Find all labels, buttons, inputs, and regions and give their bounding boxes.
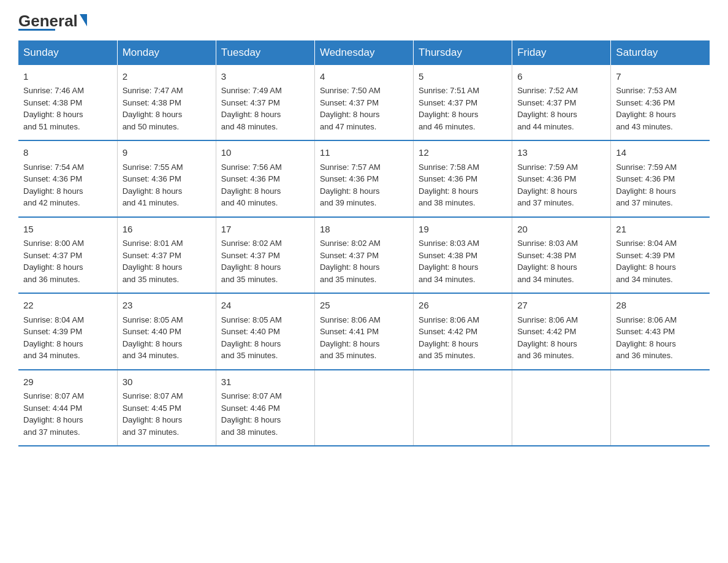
day-number: 20	[517, 223, 605, 237]
day-number: 23	[123, 299, 211, 313]
calendar-cell: 19Sunrise: 8:03 AMSunset: 4:38 PMDayligh…	[414, 217, 512, 294]
calendar-cell: 7Sunrise: 7:53 AMSunset: 4:36 PMDaylight…	[611, 65, 710, 141]
day-info: Sunrise: 8:04 AMSunset: 4:39 PMDaylight:…	[616, 239, 677, 284]
day-info: Sunrise: 7:54 AMSunset: 4:36 PMDaylight:…	[23, 163, 84, 208]
day-number: 8	[23, 146, 112, 160]
col-header-saturday: Saturday	[611, 40, 710, 65]
col-header-sunday: Sunday	[18, 40, 117, 65]
day-number: 12	[419, 146, 507, 160]
logo-triangle-icon	[80, 14, 87, 26]
calendar-cell: 1Sunrise: 7:46 AMSunset: 4:38 PMDaylight…	[18, 65, 117, 141]
day-number: 14	[616, 146, 705, 160]
calendar-cell: 6Sunrise: 7:52 AMSunset: 4:37 PMDaylight…	[512, 65, 611, 141]
day-info: Sunrise: 7:49 AMSunset: 4:37 PMDaylight:…	[221, 86, 282, 131]
calendar-cell: 26Sunrise: 8:06 AMSunset: 4:42 PMDayligh…	[414, 293, 512, 370]
day-info: Sunrise: 7:52 AMSunset: 4:37 PMDaylight:…	[517, 86, 578, 131]
calendar-cell: 22Sunrise: 8:04 AMSunset: 4:39 PMDayligh…	[18, 293, 117, 370]
day-info: Sunrise: 8:03 AMSunset: 4:38 PMDaylight:…	[517, 239, 578, 284]
day-number: 18	[320, 223, 408, 237]
day-number: 10	[221, 146, 309, 160]
calendar-cell: 21Sunrise: 8:04 AMSunset: 4:39 PMDayligh…	[611, 217, 710, 294]
day-info: Sunrise: 7:47 AMSunset: 4:38 PMDaylight:…	[123, 86, 183, 131]
day-number: 27	[517, 299, 605, 313]
calendar-cell: 4Sunrise: 7:50 AMSunset: 4:37 PMDaylight…	[314, 65, 413, 141]
calendar-cell: 25Sunrise: 8:06 AMSunset: 4:41 PMDayligh…	[314, 293, 413, 370]
day-info: Sunrise: 7:55 AMSunset: 4:36 PMDaylight:…	[123, 163, 183, 208]
day-info: Sunrise: 8:05 AMSunset: 4:40 PMDaylight:…	[123, 315, 183, 361]
day-info: Sunrise: 8:07 AMSunset: 4:44 PMDaylight:…	[23, 391, 84, 437]
logo: General	[18, 12, 87, 31]
calendar-cell	[611, 370, 710, 446]
day-info: Sunrise: 7:59 AMSunset: 4:36 PMDaylight:…	[616, 163, 677, 208]
calendar-cell: 8Sunrise: 7:54 AMSunset: 4:36 PMDaylight…	[18, 140, 117, 217]
calendar-cell: 18Sunrise: 8:02 AMSunset: 4:37 PMDayligh…	[314, 217, 413, 294]
day-number: 2	[123, 70, 211, 84]
calendar-cell: 27Sunrise: 8:06 AMSunset: 4:42 PMDayligh…	[512, 293, 611, 370]
day-number: 26	[419, 299, 507, 313]
logo-underline	[18, 29, 55, 31]
calendar-week-row: 29Sunrise: 8:07 AMSunset: 4:44 PMDayligh…	[18, 370, 710, 446]
day-number: 4	[320, 70, 408, 84]
day-info: Sunrise: 8:02 AMSunset: 4:37 PMDaylight:…	[221, 239, 282, 284]
calendar-week-row: 8Sunrise: 7:54 AMSunset: 4:36 PMDaylight…	[18, 140, 710, 217]
calendar-cell: 5Sunrise: 7:51 AMSunset: 4:37 PMDaylight…	[414, 65, 512, 141]
day-number: 6	[517, 70, 605, 84]
calendar-week-row: 22Sunrise: 8:04 AMSunset: 4:39 PMDayligh…	[18, 293, 710, 370]
col-header-friday: Friday	[512, 40, 611, 65]
col-header-wednesday: Wednesday	[314, 40, 413, 65]
day-info: Sunrise: 7:56 AMSunset: 4:36 PMDaylight:…	[221, 163, 282, 208]
calendar-cell: 24Sunrise: 8:05 AMSunset: 4:40 PMDayligh…	[216, 293, 314, 370]
day-number: 29	[23, 375, 112, 389]
col-header-monday: Monday	[117, 40, 216, 65]
day-info: Sunrise: 7:51 AMSunset: 4:37 PMDaylight:…	[419, 86, 479, 131]
day-number: 16	[123, 223, 211, 237]
calendar-cell: 11Sunrise: 7:57 AMSunset: 4:36 PMDayligh…	[314, 140, 413, 217]
calendar-week-row: 15Sunrise: 8:00 AMSunset: 4:37 PMDayligh…	[18, 217, 710, 294]
day-info: Sunrise: 8:04 AMSunset: 4:39 PMDaylight:…	[23, 315, 84, 361]
day-number: 7	[616, 70, 705, 84]
calendar-cell: 13Sunrise: 7:59 AMSunset: 4:36 PMDayligh…	[512, 140, 611, 217]
calendar-cell: 20Sunrise: 8:03 AMSunset: 4:38 PMDayligh…	[512, 217, 611, 294]
day-info: Sunrise: 8:07 AMSunset: 4:45 PMDaylight:…	[123, 391, 183, 437]
calendar-cell: 30Sunrise: 8:07 AMSunset: 4:45 PMDayligh…	[117, 370, 216, 446]
day-info: Sunrise: 7:46 AMSunset: 4:38 PMDaylight:…	[23, 86, 84, 131]
calendar-cell: 14Sunrise: 7:59 AMSunset: 4:36 PMDayligh…	[611, 140, 710, 217]
logo-general: General	[18, 12, 78, 30]
day-number: 13	[517, 146, 605, 160]
day-number: 17	[221, 223, 309, 237]
day-info: Sunrise: 8:06 AMSunset: 4:42 PMDaylight:…	[517, 315, 578, 361]
day-info: Sunrise: 8:01 AMSunset: 4:37 PMDaylight:…	[123, 239, 183, 284]
calendar-cell	[314, 370, 413, 446]
day-info: Sunrise: 8:06 AMSunset: 4:41 PMDaylight:…	[320, 315, 381, 361]
day-number: 30	[123, 375, 211, 389]
day-number: 22	[23, 299, 112, 313]
page-header: General	[18, 12, 710, 31]
calendar-header-row: SundayMondayTuesdayWednesdayThursdayFrid…	[18, 40, 710, 65]
day-info: Sunrise: 7:59 AMSunset: 4:36 PMDaylight:…	[517, 163, 578, 208]
day-info: Sunrise: 7:57 AMSunset: 4:36 PMDaylight:…	[320, 163, 381, 208]
calendar-cell	[512, 370, 611, 446]
day-info: Sunrise: 8:05 AMSunset: 4:40 PMDaylight:…	[221, 315, 282, 361]
day-number: 31	[221, 375, 309, 389]
day-info: Sunrise: 7:50 AMSunset: 4:37 PMDaylight:…	[320, 86, 381, 131]
col-header-thursday: Thursday	[414, 40, 512, 65]
calendar-cell: 3Sunrise: 7:49 AMSunset: 4:37 PMDaylight…	[216, 65, 314, 141]
calendar-cell	[414, 370, 512, 446]
day-number: 28	[616, 299, 705, 313]
day-number: 21	[616, 223, 705, 237]
day-info: Sunrise: 8:03 AMSunset: 4:38 PMDaylight:…	[419, 239, 479, 284]
calendar-cell: 31Sunrise: 8:07 AMSunset: 4:46 PMDayligh…	[216, 370, 314, 446]
day-number: 3	[221, 70, 309, 84]
calendar-cell: 2Sunrise: 7:47 AMSunset: 4:38 PMDaylight…	[117, 65, 216, 141]
col-header-tuesday: Tuesday	[216, 40, 314, 65]
day-number: 5	[419, 70, 507, 84]
day-number: 24	[221, 299, 309, 313]
day-info: Sunrise: 8:02 AMSunset: 4:37 PMDaylight:…	[320, 239, 381, 284]
day-info: Sunrise: 8:06 AMSunset: 4:42 PMDaylight:…	[419, 315, 479, 361]
day-number: 11	[320, 146, 408, 160]
calendar-week-row: 1Sunrise: 7:46 AMSunset: 4:38 PMDaylight…	[18, 65, 710, 141]
day-info: Sunrise: 8:07 AMSunset: 4:46 PMDaylight:…	[221, 391, 282, 437]
day-info: Sunrise: 8:06 AMSunset: 4:43 PMDaylight:…	[616, 315, 677, 361]
calendar-cell: 12Sunrise: 7:58 AMSunset: 4:36 PMDayligh…	[414, 140, 512, 217]
day-info: Sunrise: 7:58 AMSunset: 4:36 PMDaylight:…	[419, 163, 479, 208]
